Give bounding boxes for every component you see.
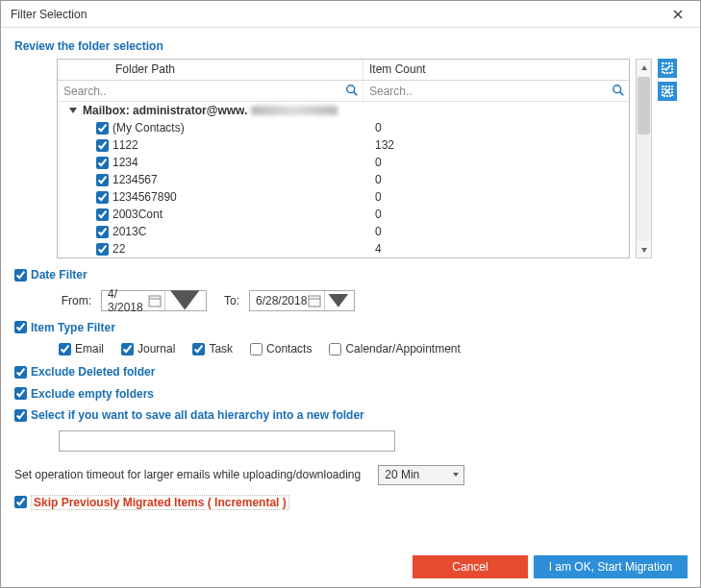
date-filter-toggle[interactable]: Date Filter bbox=[14, 268, 88, 282]
folder-row[interactable]: 2003Cont 0 bbox=[58, 206, 629, 223]
item-type-option-label: Contacts bbox=[266, 342, 312, 355]
date-filter-label: Date Filter bbox=[31, 268, 88, 282]
save-hierarchy-label: Select if you want to save all data hier… bbox=[31, 408, 364, 422]
folder-count: 0 bbox=[369, 208, 629, 221]
to-date-picker[interactable]: 6/28/2018 bbox=[249, 290, 355, 311]
folder-count: 0 bbox=[369, 121, 629, 135]
calendar-icon bbox=[147, 293, 163, 308]
search-count-input[interactable] bbox=[363, 81, 629, 101]
svg-marker-6 bbox=[641, 65, 647, 70]
skip-migrated-toggle[interactable]: Skip Previously Migrated Items ( Increme… bbox=[14, 495, 289, 510]
review-heading: Review the folder selection bbox=[14, 39, 687, 53]
svg-marker-17 bbox=[329, 294, 349, 307]
folder-row[interactable]: 1234567 0 bbox=[58, 171, 629, 188]
exclude-empty-checkbox[interactable] bbox=[14, 387, 27, 400]
expand-icon[interactable] bbox=[69, 108, 77, 113]
exclude-deleted-checkbox[interactable] bbox=[14, 366, 27, 379]
vertical-scrollbar[interactable] bbox=[636, 59, 652, 258]
timeout-label: Set operation timeout for larger emails … bbox=[14, 468, 361, 481]
hierarchy-folder-input[interactable] bbox=[59, 430, 395, 452]
folder-count: 0 bbox=[369, 225, 629, 238]
folder-count: 0 bbox=[369, 190, 629, 204]
folder-name: 1234 bbox=[113, 156, 138, 169]
folder-name: 1122 bbox=[113, 138, 138, 152]
svg-rect-15 bbox=[309, 296, 320, 306]
folder-count: 4 bbox=[369, 242, 629, 256]
folder-row[interactable]: 1234 0 bbox=[58, 154, 629, 171]
calendar-icon bbox=[307, 293, 322, 308]
search-path-input[interactable] bbox=[58, 81, 363, 101]
folder-checkbox[interactable] bbox=[96, 157, 109, 169]
close-icon bbox=[673, 10, 683, 19]
folder-row[interactable]: 1234567890 0 bbox=[58, 188, 629, 206]
from-date-picker[interactable]: 4/ 3/2018 bbox=[101, 290, 207, 311]
timeout-select[interactable]: 20 Min bbox=[378, 465, 464, 485]
folder-row[interactable]: 22 4 bbox=[58, 240, 629, 257]
skip-migrated-checkbox[interactable] bbox=[14, 496, 27, 508]
cancel-button[interactable]: Cancel bbox=[413, 555, 528, 578]
dropdown-icon[interactable] bbox=[164, 291, 205, 310]
col-header-count[interactable]: Item Count bbox=[363, 60, 629, 80]
folder-count: 132 bbox=[369, 138, 629, 152]
folder-checkbox[interactable] bbox=[96, 243, 109, 256]
chevron-down-icon bbox=[452, 468, 460, 481]
item-type-option-checkbox[interactable] bbox=[329, 343, 341, 355]
start-migration-button[interactable]: I am OK, Start Migration bbox=[534, 555, 688, 578]
select-all-button[interactable] bbox=[658, 59, 677, 78]
scroll-up-button[interactable] bbox=[638, 60, 650, 76]
scroll-down-button[interactable] bbox=[637, 241, 651, 257]
item-type-option-checkbox[interactable] bbox=[59, 343, 71, 355]
folder-name: (My Contacts) bbox=[113, 121, 185, 135]
date-filter-checkbox[interactable] bbox=[14, 269, 27, 282]
timeout-value: 20 Min bbox=[385, 468, 419, 481]
exclude-empty-toggle[interactable]: Exclude empty folders bbox=[14, 387, 154, 401]
obscured-domain bbox=[251, 106, 338, 115]
item-type-option[interactable]: Calendar/Appointment bbox=[329, 342, 460, 355]
folder-row[interactable]: 2013C 0 bbox=[58, 223, 629, 240]
dropdown-icon[interactable] bbox=[324, 291, 352, 310]
item-type-option[interactable]: Email bbox=[59, 342, 104, 355]
item-type-option-label: Calendar/Appointment bbox=[345, 342, 460, 355]
item-type-option[interactable]: Task bbox=[192, 342, 233, 355]
svg-marker-18 bbox=[453, 473, 459, 477]
item-type-option[interactable]: Contacts bbox=[250, 342, 312, 355]
skip-migrated-label: Skip Previously Migrated Items ( Increme… bbox=[31, 495, 289, 510]
item-type-option-label: Task bbox=[209, 342, 233, 355]
tree-header: Folder Path Item Count bbox=[58, 60, 629, 81]
search-icon bbox=[612, 84, 625, 97]
item-type-toggle[interactable]: Item Type Filter bbox=[14, 321, 115, 334]
save-hierarchy-toggle[interactable]: Select if you want to save all data hier… bbox=[14, 408, 364, 422]
col-header-path[interactable]: Folder Path bbox=[58, 60, 363, 80]
svg-line-3 bbox=[354, 92, 358, 96]
mailbox-label: Mailbox: administrator@www. bbox=[83, 104, 247, 117]
svg-line-5 bbox=[620, 92, 624, 96]
folder-count: 0 bbox=[369, 173, 629, 186]
from-date-value: 4/ 3/2018 bbox=[108, 287, 147, 314]
folder-checkbox[interactable] bbox=[96, 174, 109, 186]
folder-name: 1234567890 bbox=[113, 190, 177, 204]
folder-row[interactable]: (My Contacts) 0 bbox=[58, 119, 629, 136]
folder-checkbox[interactable] bbox=[96, 122, 109, 135]
window-title: Filter Selection bbox=[11, 8, 87, 21]
folder-checkbox[interactable] bbox=[96, 191, 109, 204]
save-hierarchy-checkbox[interactable] bbox=[14, 409, 27, 422]
folder-checkbox[interactable] bbox=[96, 226, 109, 238]
folder-row[interactable]: 1122 132 bbox=[58, 136, 629, 154]
scroll-thumb[interactable] bbox=[638, 77, 650, 135]
deselect-all-button[interactable] bbox=[658, 82, 677, 101]
close-button[interactable] bbox=[662, 4, 694, 25]
folder-tree: Folder Path Item Count Mailbox: admini bbox=[57, 59, 630, 258]
item-type-option-checkbox[interactable] bbox=[192, 343, 205, 355]
item-type-checkbox[interactable] bbox=[14, 321, 27, 333]
folder-checkbox[interactable] bbox=[96, 139, 109, 152]
item-type-option-checkbox[interactable] bbox=[250, 343, 263, 355]
from-label: From: bbox=[57, 294, 91, 307]
folder-name: 2003Cont bbox=[113, 208, 163, 221]
item-type-option[interactable]: Journal bbox=[121, 342, 175, 355]
folder-checkbox[interactable] bbox=[96, 208, 109, 221]
mailbox-node[interactable]: Mailbox: administrator@www. bbox=[58, 102, 629, 119]
svg-point-4 bbox=[613, 86, 621, 93]
exclude-deleted-toggle[interactable]: Exclude Deleted folder bbox=[14, 365, 155, 379]
item-type-option-checkbox[interactable] bbox=[121, 343, 134, 355]
folder-count: 0 bbox=[369, 156, 629, 169]
